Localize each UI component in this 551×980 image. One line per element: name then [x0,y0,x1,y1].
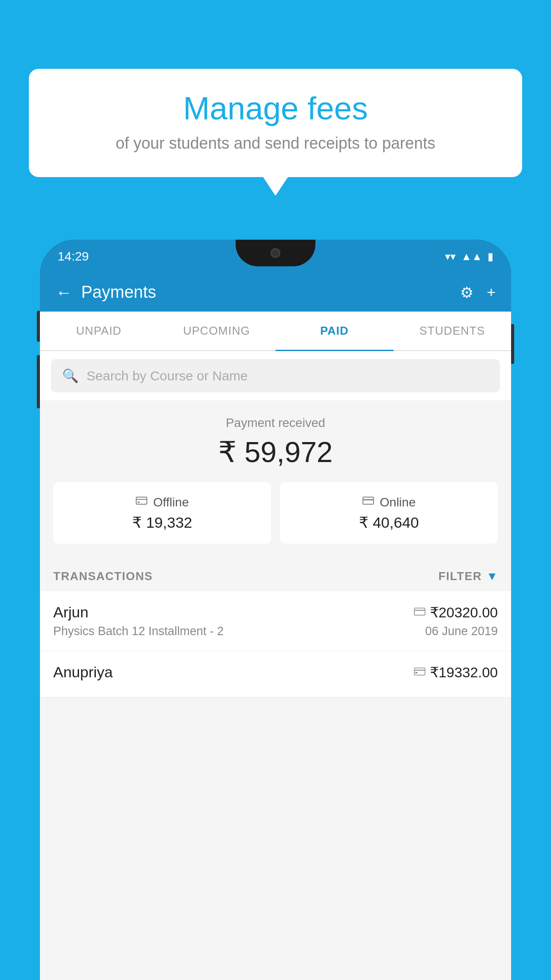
volume-button-right [511,324,514,364]
bubble-subtitle: of your students and send receipts to pa… [55,134,496,153]
transaction-payment-icon [414,605,425,619]
transaction-item-anupriya[interactable]: Anupriya ₹19332.00 [40,651,511,697]
transactions-header: TRANSACTIONS FILTER ▼ [40,557,511,591]
online-amount: ₹ 40,640 [289,514,489,531]
add-icon[interactable]: + [487,284,496,301]
camera [271,248,280,258]
bubble-title: Manage fees [55,91,496,126]
svg-rect-2 [138,502,140,503]
transaction-date: 06 June 2019 [425,624,498,638]
filter-row[interactable]: FILTER ▼ [438,569,498,583]
tab-bar: UNPAID UPCOMING PAID STUDENTS [40,312,511,351]
offline-payment-card: Offline ₹ 19,332 [53,482,271,544]
battery-icon: ▮ [488,250,493,263]
payment-total-amount: ₹ 59,972 [53,435,498,469]
payment-received-label: Payment received [53,416,498,430]
transaction-description: Physics Batch 12 Installment - 2 [53,624,224,638]
online-payment-card: Online ₹ 40,640 [280,482,498,544]
wifi-icon: ▾▾ [445,250,456,263]
status-bar: 14:29 ▾▾ ▲▲ ▮ [40,240,511,273]
transaction-amount: ₹20320.00 [430,604,498,621]
transaction-payment-icon-2 [414,665,425,679]
status-icons: ▾▾ ▲▲ ▮ [445,250,493,263]
transaction-name: Arjun [53,604,88,621]
svg-rect-9 [415,672,417,673]
online-label: Online [380,495,416,510]
tab-unpaid[interactable]: UNPAID [40,312,158,350]
header-left: ← Payments [55,283,156,302]
phone-device: 14:29 ▾▾ ▲▲ ▮ ← Payments ⚙ + UNPAID [40,240,511,980]
transaction-row-top-2: Anupriya ₹19332.00 [53,664,498,681]
svg-rect-7 [414,668,425,675]
search-placeholder: Search by Course or Name [87,368,248,383]
signal-icon: ▲▲ [461,250,482,263]
transactions-label: TRANSACTIONS [53,569,153,583]
svg-rect-0 [136,497,147,504]
status-time: 14:29 [58,249,89,264]
payment-cards: Offline ₹ 19,332 Online [53,482,498,544]
offline-icon [135,494,148,510]
transaction-row-top: Arjun ₹20320.00 [53,604,498,621]
payment-summary: Payment received ₹ 59,972 Offline [40,400,511,557]
svg-rect-3 [363,497,374,504]
search-bar[interactable]: 🔍 Search by Course or Name [51,359,500,392]
filter-label: FILTER [438,569,482,583]
transaction-amount-row-2: ₹19332.00 [414,664,498,681]
offline-label: Offline [153,495,189,510]
offline-card-header: Offline [62,494,262,510]
search-icon: 🔍 [62,368,79,383]
tab-students[interactable]: STUDENTS [394,312,512,350]
filter-icon: ▼ [486,569,498,583]
online-card-header: Online [289,494,489,510]
header-right: ⚙ + [460,284,496,301]
phone-notch [236,240,315,266]
svg-rect-5 [414,608,425,615]
transaction-item-arjun[interactable]: Arjun ₹20320.00 Physics Batch 12 Install… [40,591,511,651]
phone-screen: ← Payments ⚙ + UNPAID UPCOMING PAID STUD… [40,273,511,980]
back-button[interactable]: ← [55,284,72,301]
transaction-amount-2: ₹19332.00 [430,664,498,681]
search-container: 🔍 Search by Course or Name [40,351,511,400]
page-title: Payments [81,283,156,302]
transaction-amount-row: ₹20320.00 [414,604,498,621]
settings-icon[interactable]: ⚙ [460,284,473,301]
app-header: ← Payments ⚙ + [40,273,511,312]
tab-paid[interactable]: PAID [276,312,394,350]
offline-amount: ₹ 19,332 [62,514,262,531]
transaction-row-bottom: Physics Batch 12 Installment - 2 06 June… [53,624,498,638]
transaction-name-2: Anupriya [53,664,113,681]
tab-upcoming[interactable]: UPCOMING [158,312,276,350]
online-icon [362,494,374,510]
speech-bubble: Manage fees of your students and send re… [29,69,522,177]
